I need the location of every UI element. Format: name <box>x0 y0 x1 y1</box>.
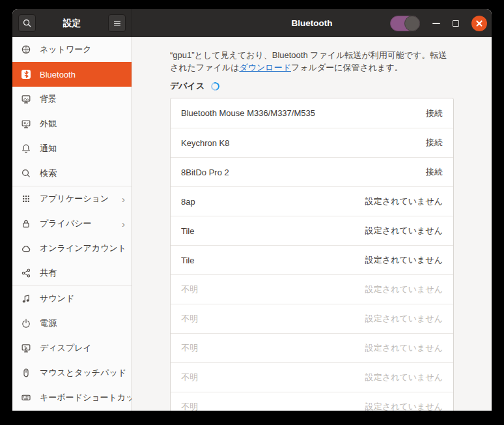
sidebar-item-search[interactable]: 検索 <box>12 161 132 186</box>
scanning-spinner-icon <box>210 80 221 91</box>
minimize-icon[interactable] <box>432 23 440 24</box>
notifications-icon <box>21 143 31 154</box>
device-name: 不明 <box>181 313 198 325</box>
device-list: Bluetooth Mouse M336/M337/M535 接続 Keychr… <box>170 98 454 411</box>
device-name: 不明 <box>181 284 198 295</box>
network-icon <box>21 44 31 55</box>
mouse-icon <box>21 368 31 378</box>
devices-header: デバイス <box>170 80 454 92</box>
device-row[interactable]: 不明 設定されていません <box>171 333 453 362</box>
menu-button[interactable] <box>108 14 126 32</box>
hamburger-icon <box>113 19 122 28</box>
device-row[interactable]: Tile 設定されていません <box>171 216 453 245</box>
app-body: ネットワーク Bluetooth 背景 外観 通知 検索 アプリケーション › … <box>12 37 492 411</box>
sidebar-item-bluetooth[interactable]: Bluetooth <box>12 62 132 87</box>
chevron-right-icon: › <box>122 194 125 205</box>
device-status: 設定されていません <box>365 372 443 383</box>
bluetooth-icon <box>21 69 31 80</box>
sidebar-item-keyboard[interactable]: キーボードショートカット <box>12 385 132 410</box>
device-status: 設定されていません <box>365 342 443 354</box>
device-status: 設定されていません <box>365 313 443 325</box>
sidebar-item-notifications[interactable]: 通知 <box>12 136 132 161</box>
search-button[interactable] <box>18 14 36 32</box>
sidebar-item-appearance[interactable]: 外観 <box>12 111 132 136</box>
maximize-icon[interactable] <box>453 20 459 27</box>
device-row[interactable]: Keychron K8 接続 <box>171 128 453 157</box>
sidebar-item-sharing[interactable]: 共有 <box>12 261 132 286</box>
sidebar-item-network[interactable]: ネットワーク <box>12 37 132 62</box>
device-status: 設定されていません <box>365 225 443 237</box>
device-row[interactable]: 不明 設定されていません <box>171 304 453 333</box>
sidebar-item-displays[interactable]: ディスプレイ <box>12 336 132 360</box>
device-status: 設定されていません <box>365 284 443 295</box>
device-status: 設定されていません <box>365 196 443 207</box>
device-row[interactable]: Bluetooth Mouse M336/M337/M535 接続 <box>171 98 453 128</box>
devices-heading: デバイス <box>170 80 204 92</box>
device-status: 接続 <box>426 137 443 149</box>
device-name: 不明 <box>181 401 198 411</box>
sidebar-item-privacy[interactable]: プライバシー › <box>12 211 132 236</box>
downloads-link[interactable]: ダウンロード <box>239 63 291 72</box>
toggle-knob <box>404 16 420 31</box>
device-row[interactable]: 8BitDo Pro 2 接続 <box>171 157 453 186</box>
titlebar-main-section: Bluetooth <box>132 9 492 37</box>
applications-icon <box>21 194 31 204</box>
device-name: Tile <box>181 256 194 265</box>
device-status: 設定されていません <box>365 401 443 411</box>
sound-icon <box>21 293 31 304</box>
device-row[interactable]: 不明 設定されていません <box>171 274 453 304</box>
device-row[interactable]: 8ap 設定されていません <box>171 186 453 216</box>
titlebar-sidebar-section: 設定 <box>12 9 132 37</box>
privacy-icon <box>21 218 31 229</box>
device-name: 不明 <box>181 342 198 354</box>
device-status: 接続 <box>426 166 443 178</box>
search-icon <box>21 168 31 179</box>
close-icon[interactable] <box>471 16 487 31</box>
sidebar-item-background[interactable]: 背景 <box>12 87 132 111</box>
device-name: Keychron K8 <box>181 138 229 148</box>
bluetooth-toggle[interactable] <box>390 16 420 31</box>
device-name: 8BitDo Pro 2 <box>181 168 229 177</box>
chevron-right-icon: › <box>122 218 125 229</box>
sidebar-item-power[interactable]: 電源 <box>12 311 132 336</box>
device-row[interactable]: 不明 設定されていません <box>171 362 453 392</box>
settings-window: 設定 Bluetooth <box>12 9 492 411</box>
sidebar-nav: ネットワーク Bluetooth 背景 外観 通知 検索 アプリケーション › … <box>12 37 132 411</box>
titlebar-controls <box>390 16 487 31</box>
sidebar-item-online-accounts[interactable]: オンラインアカウント <box>12 236 132 261</box>
device-name: 8ap <box>181 197 195 207</box>
device-status: 設定されていません <box>365 254 443 266</box>
keyboard-icon <box>21 392 31 403</box>
main-content: “gpu1”として見えており、Bluetooth ファイル転送が利用可能です。転… <box>132 37 492 411</box>
sharing-icon <box>21 268 31 278</box>
sidebar-item-mouse[interactable]: マウスとタッチパッド <box>12 360 132 385</box>
displays-icon <box>21 343 31 353</box>
device-row[interactable]: Tile 設定されていません <box>171 245 453 274</box>
background-icon <box>21 94 31 104</box>
bluetooth-description: “gpu1”として見えており、Bluetooth ファイル転送が利用可能です。転… <box>170 49 454 74</box>
search-icon <box>22 18 32 28</box>
device-name: Tile <box>181 226 194 236</box>
appearance-icon <box>21 119 31 129</box>
desktop-background: 設定 Bluetooth <box>0 0 504 425</box>
online-accounts-icon <box>21 243 31 254</box>
device-name: 不明 <box>181 372 198 383</box>
sidebar-item-applications[interactable]: アプリケーション › <box>12 186 132 211</box>
device-name: Bluetooth Mouse M336/M337/M535 <box>181 108 315 118</box>
sidebar-item-sound[interactable]: サウンド <box>12 286 132 311</box>
device-row[interactable]: 不明 設定されていません <box>171 392 453 411</box>
power-icon <box>21 318 31 329</box>
device-status: 接続 <box>426 108 443 119</box>
titlebar: 設定 Bluetooth <box>12 9 492 37</box>
description-after-link: フォルダーに保管されます。 <box>291 63 403 72</box>
